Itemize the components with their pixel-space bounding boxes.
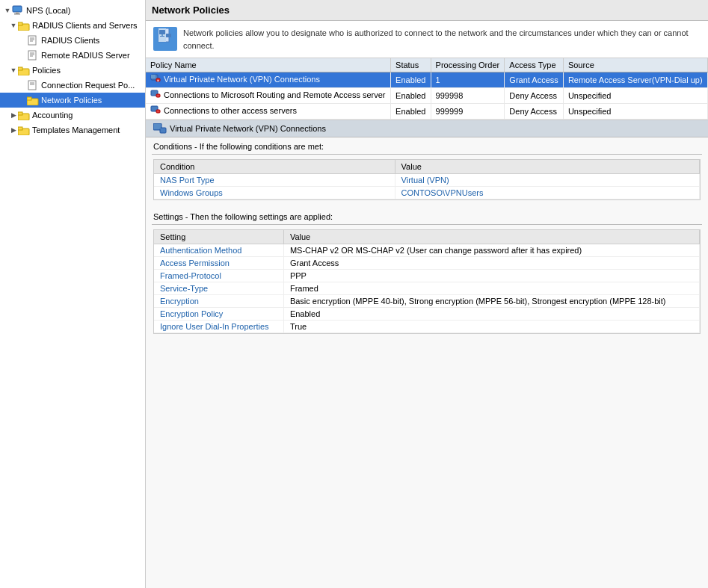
svg-rect-2 <box>14 13 20 15</box>
condition-wingroups-value: CONTOSO\VPNUsers <box>395 187 699 199</box>
policy-status-vpn: Enabled <box>391 72 431 88</box>
svg-rect-28 <box>161 34 163 36</box>
svg-rect-37 <box>156 110 160 113</box>
left-nav-panel: ▼ NPS (Local) ▼ RADIUS Clients and Serve… <box>0 0 146 588</box>
setting-enc-policy-name: Encryption Policy <box>154 308 283 321</box>
detail-title: Virtual Private Network (VPN) Connection… <box>170 124 326 133</box>
policy-icon-vpn: × <box>150 74 161 84</box>
svg-rect-40 <box>154 124 161 129</box>
tree-label-policies: Policies <box>32 66 61 75</box>
tree-item-nps-local[interactable]: ▼ NPS (Local) <box>0 3 145 18</box>
tree-label-remote-radius: Remote RADIUS Server <box>41 51 130 60</box>
svg-rect-21 <box>18 112 22 115</box>
conditions-divider <box>152 154 702 155</box>
policy-source-routing: Unspecified <box>563 88 707 104</box>
svg-text:×: × <box>157 78 159 83</box>
setting-ignore-dialin-name: Ignore User Dial-In Properties <box>154 321 283 333</box>
expand-icon-accounting: ▶ <box>9 111 18 119</box>
policy-name-other: Connections to other access servers <box>146 104 391 120</box>
svg-rect-35 <box>156 94 160 97</box>
col-access-type[interactable]: Access Type <box>505 58 564 72</box>
folder-icon-radius <box>18 19 30 31</box>
tree-item-radius-clients[interactable]: RADIUS Clients <box>0 33 145 48</box>
policy-row-routing[interactable]: Connections to Microsoft Routing and Rem… <box>146 88 708 104</box>
settings-col-value: Value <box>283 230 699 244</box>
tree-item-accounting[interactable]: ▶ Accounting <box>0 108 145 123</box>
svg-rect-29 <box>160 36 164 37</box>
tree-item-network-policies[interactable]: Network Policies <box>0 93 145 108</box>
conditions-table: Condition Value NAS Port Type Virtual (V… <box>154 160 700 199</box>
policy-source-other: Unspecified <box>563 104 707 120</box>
svg-rect-26 <box>159 30 165 34</box>
tree-label-templates: Templates Management <box>32 126 120 134</box>
policy-table-area: Policy Name Status Processing Order Acce… <box>146 58 708 120</box>
expand-icon-templates: ▶ <box>9 126 18 134</box>
setting-enc-policy-value: Enabled <box>283 308 699 321</box>
setting-framed-proto-name: Framed-Protocol <box>154 270 283 282</box>
setting-framed-proto-value: PPP <box>283 270 699 282</box>
setting-encryption-name: Encryption <box>154 295 283 308</box>
policy-order-other: 999999 <box>431 104 505 120</box>
col-status[interactable]: Status <box>391 58 431 72</box>
setting-ignore-dialin-value: True <box>283 321 699 333</box>
doc-icon-conn-request <box>27 79 39 91</box>
policy-order-vpn: 1 <box>431 72 505 88</box>
tree-label-nps: NPS (Local) <box>26 6 70 15</box>
settings-col-setting: Setting <box>154 230 283 244</box>
policy-icon-routing <box>150 90 161 100</box>
setting-auth-name: Authentication Method <box>154 244 283 257</box>
policy-order-routing: 999998 <box>431 88 505 104</box>
policy-access-other: Deny Access <box>505 104 564 120</box>
folder-icon-policies <box>18 64 30 76</box>
tree-item-remote-radius[interactable]: Remote RADIUS Server <box>0 48 145 63</box>
svg-rect-1 <box>16 12 19 13</box>
folder-icon-network-policies <box>27 94 39 106</box>
conditions-col-condition: Condition <box>154 160 395 174</box>
setting-row-encryption[interactable]: Encryption Basic encryption (MPPE 40-bit… <box>154 295 700 308</box>
policy-name-vpn-text: Virtual Private Network (VPN) Connection… <box>164 75 320 84</box>
setting-access-name: Access Permission <box>154 257 283 270</box>
tree-item-policies[interactable]: ▼ Policies <box>0 63 145 78</box>
tree-item-radius-clients-servers[interactable]: ▼ RADIUS Clients and Servers <box>0 18 145 33</box>
policy-status-other: Enabled <box>391 104 431 120</box>
svg-rect-39 <box>160 128 166 133</box>
folder-icon-templates <box>18 124 30 136</box>
svg-rect-0 <box>13 6 22 12</box>
settings-divider <box>152 224 702 225</box>
info-text: Network policies allow you to designate … <box>183 27 701 52</box>
policy-row-vpn[interactable]: × Virtual Private Network (VPN) Connecti… <box>146 72 708 88</box>
setting-row-framed-proto[interactable]: Framed-Protocol PPP <box>154 270 700 282</box>
settings-table: Setting Value Authentication Method MS-C… <box>154 230 700 333</box>
policy-status-routing: Enabled <box>391 88 431 104</box>
policy-row-other[interactable]: Connections to other access servers Enab… <box>146 104 708 120</box>
col-source[interactable]: Source <box>563 58 707 72</box>
tree-label-network-policies: Network Policies <box>41 96 102 105</box>
setting-row-enc-policy[interactable]: Encryption Policy Enabled <box>154 308 700 321</box>
setting-row-auth[interactable]: Authentication Method MS-CHAP v2 OR MS-C… <box>154 244 700 257</box>
tree-item-conn-request[interactable]: Connection Request Po... <box>0 78 145 93</box>
settings-table-wrap: Setting Value Authentication Method MS-C… <box>153 229 701 334</box>
svg-rect-15 <box>28 81 36 90</box>
conditions-table-wrap: Condition Value NAS Port Type Virtual (V… <box>153 159 701 200</box>
right-panel-title: Network Policies <box>152 4 230 16</box>
setting-row-service[interactable]: Service-Type Framed <box>154 282 700 295</box>
expand-icon-nps: ▼ <box>3 7 12 14</box>
svg-rect-5 <box>28 36 36 45</box>
detail-panel: Virtual Private Network (VPN) Connection… <box>146 120 708 588</box>
col-policy-name[interactable]: Policy Name <box>146 58 391 72</box>
condition-nas-name: NAS Port Type <box>154 174 395 187</box>
tree-item-templates[interactable]: ▶ Templates Management <box>0 123 145 137</box>
condition-row-wingroups[interactable]: Windows Groups CONTOSO\VPNUsers <box>154 187 700 199</box>
policy-access-routing: Deny Access <box>505 88 564 104</box>
tree-label-accounting: Accounting <box>32 111 73 120</box>
conditions-col-value: Value <box>395 160 699 174</box>
setting-row-access[interactable]: Access Permission Grant Access <box>154 257 700 270</box>
policy-access-vpn: Grant Access <box>505 72 564 88</box>
svg-rect-4 <box>18 22 22 25</box>
policy-name-routing-text: Connections to Microsoft Routing and Rem… <box>164 90 386 99</box>
col-processing-order[interactable]: Processing Order <box>431 58 505 72</box>
policy-name-vpn: × Virtual Private Network (VPN) Connecti… <box>146 72 391 88</box>
condition-row-nas[interactable]: NAS Port Type Virtual (VPN) <box>154 174 700 187</box>
setting-row-ignore-dialin[interactable]: Ignore User Dial-In Properties True <box>154 321 700 333</box>
condition-wingroups-name: Windows Groups <box>154 187 395 199</box>
